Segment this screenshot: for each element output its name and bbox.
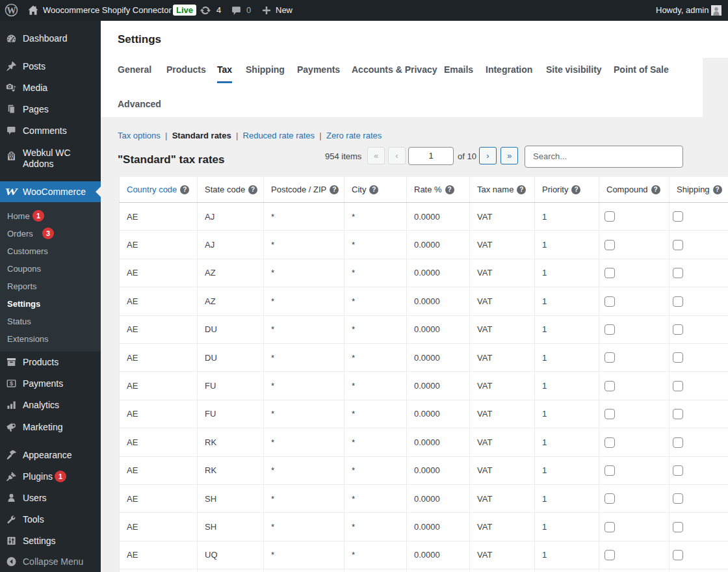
svg-text:$: $ <box>10 380 14 387</box>
svg-text:W: W <box>5 187 18 197</box>
svg-text:W: W <box>6 5 16 16</box>
svg-text:W: W <box>9 155 14 161</box>
